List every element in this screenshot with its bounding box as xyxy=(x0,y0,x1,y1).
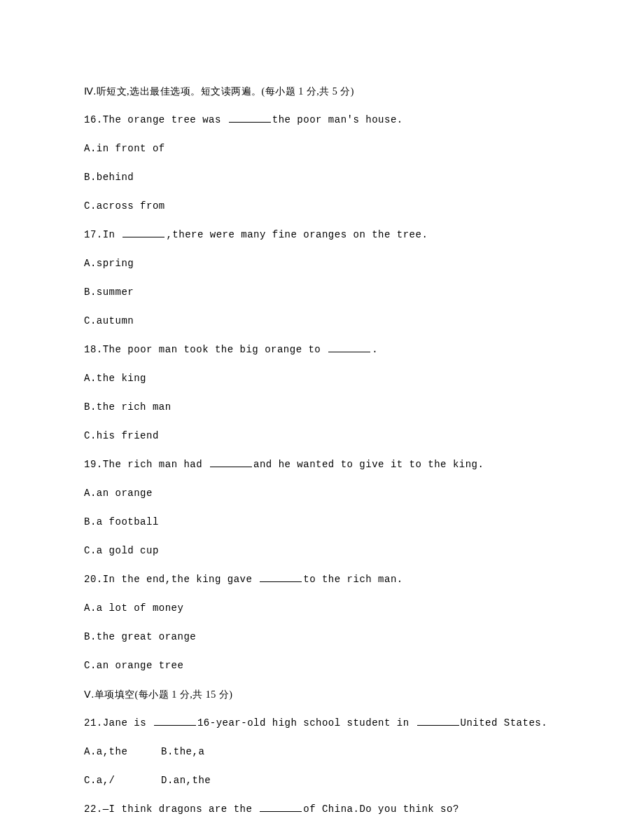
q18-before: The poor man took the big orange to xyxy=(103,344,327,355)
section-iv-header: Ⅳ.听短文,选出最佳选项。短文读两遍。(每小题 1 分,共 5 分) xyxy=(84,84,560,99)
q22-part1: of China.Do you think so? xyxy=(303,803,459,815)
blank xyxy=(417,717,459,726)
q21-option-a[interactable]: A.a,the xyxy=(84,745,161,759)
q21-part0: Jane is xyxy=(103,717,153,729)
q20-option-a[interactable]: A.a lot of money xyxy=(84,601,560,616)
q18-option-b[interactable]: B.the rich man xyxy=(84,400,560,415)
blank xyxy=(154,717,196,726)
blank xyxy=(210,458,252,467)
q16-option-c[interactable]: C.across from xyxy=(84,199,560,214)
q22-part0: —I think dragons are the xyxy=(103,803,259,815)
q21-part1: 16-year-old high school student in xyxy=(197,717,416,729)
blank xyxy=(260,803,302,812)
q19-after: and he wanted to give it to the king. xyxy=(253,459,484,470)
q19-option-b[interactable]: B.a football xyxy=(84,515,560,530)
blank xyxy=(260,573,302,582)
q19-option-c[interactable]: C.a gold cup xyxy=(84,544,560,558)
question-20-stem: 20.In the end,the king gave to the rich … xyxy=(84,572,560,587)
q16-after: the poor man's house. xyxy=(272,114,403,125)
q19-option-a[interactable]: A.an orange xyxy=(84,486,560,501)
q21-option-row2: C.a,/D.an,the xyxy=(84,773,560,788)
q19-num: 19. xyxy=(84,459,103,470)
q17-num: 17. xyxy=(84,229,103,240)
q18-option-a[interactable]: A.the king xyxy=(84,371,560,386)
question-17-stem: 17.In ,there were many fine oranges on t… xyxy=(84,228,560,242)
blank xyxy=(122,228,164,237)
q21-option-b[interactable]: B.the,a xyxy=(161,746,204,757)
question-19-stem: 19.The rich man had and he wanted to giv… xyxy=(84,457,560,472)
q16-option-a[interactable]: A.in front of xyxy=(84,142,560,156)
section-v-header: Ⅴ.单项填空(每小题 1 分,共 15 分) xyxy=(84,687,560,702)
q18-after: . xyxy=(372,344,378,355)
q20-option-b[interactable]: B.the great orange xyxy=(84,630,560,644)
q17-option-c[interactable]: C.autumn xyxy=(84,314,560,329)
q16-option-b[interactable]: B.behind xyxy=(84,170,560,185)
q21-part2: United States. xyxy=(461,717,548,729)
q16-num: 16. xyxy=(84,114,103,125)
question-18-stem: 18.The poor man took the big orange to . xyxy=(84,343,560,357)
blank xyxy=(328,343,370,352)
q22-num: 22. xyxy=(84,803,103,815)
q17-option-a[interactable]: A.spring xyxy=(84,256,560,271)
question-21-stem: 21.Jane is 16-year-old high school stude… xyxy=(84,716,560,731)
q21-option-row1: A.a,theB.the,a xyxy=(84,745,560,759)
q20-before: In the end,the king gave xyxy=(103,574,259,585)
q17-before: In xyxy=(103,229,122,240)
q18-num: 18. xyxy=(84,344,103,355)
q17-after: ,there were many fine oranges on the tre… xyxy=(166,229,428,240)
question-22-stem: 22.—I think dragons are the of China.Do … xyxy=(84,802,560,817)
q20-after: to the rich man. xyxy=(303,574,402,585)
blank xyxy=(229,113,271,123)
q16-before: The orange tree was xyxy=(103,114,227,125)
q21-option-c[interactable]: C.a,/ xyxy=(84,773,161,788)
q20-num: 20. xyxy=(84,574,103,585)
q21-option-d[interactable]: D.an,the xyxy=(161,775,211,786)
question-16-stem: 16.The orange tree was the poor man's ho… xyxy=(84,113,560,127)
q17-option-b[interactable]: B.summer xyxy=(84,285,560,300)
q19-before: The rich man had xyxy=(103,459,209,470)
q20-option-c[interactable]: C.an orange tree xyxy=(84,658,560,673)
q21-num: 21. xyxy=(84,717,103,729)
q18-option-c[interactable]: C.his friend xyxy=(84,429,560,443)
